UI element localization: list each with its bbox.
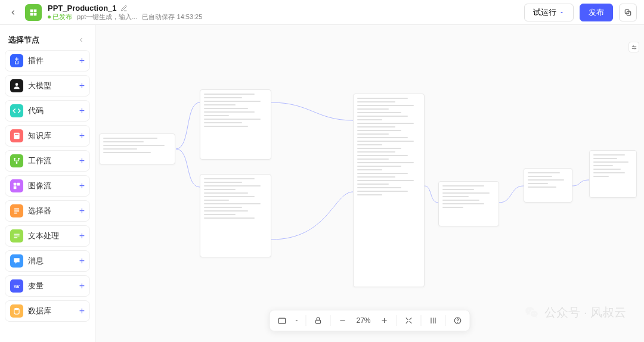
sidebar-title: 选择节点 bbox=[8, 35, 39, 45]
zoom-in-button[interactable] bbox=[379, 315, 391, 327]
add-node-button[interactable]: + bbox=[79, 281, 85, 291]
add-node-button[interactable]: + bbox=[79, 181, 85, 191]
node-item-plugin[interactable]: 插件+ bbox=[5, 50, 90, 71]
svg-point-30 bbox=[457, 322, 458, 323]
node-label: 消息 bbox=[28, 256, 75, 266]
workflow-node[interactable] bbox=[438, 181, 499, 226]
canvas-settings-button[interactable] bbox=[628, 42, 639, 52]
run-button[interactable]: 试运行 bbox=[524, 4, 574, 21]
page-title: PPT_Production_1 bbox=[48, 4, 117, 13]
workflow-node[interactable] bbox=[200, 89, 271, 160]
workflow-node[interactable] bbox=[99, 133, 175, 164]
node-item-imageflow[interactable]: 图像流+ bbox=[5, 175, 90, 197]
add-node-button[interactable]: + bbox=[79, 306, 85, 316]
caret-down-icon[interactable] bbox=[294, 318, 300, 324]
app-icon bbox=[25, 4, 42, 21]
text-icon bbox=[10, 229, 23, 242]
autosave-text: 已自动保存 14:53:25 bbox=[142, 13, 202, 21]
svg-rect-0 bbox=[30, 9, 33, 12]
workflow-node[interactable] bbox=[524, 168, 572, 203]
zoom-level: 27% bbox=[355, 316, 373, 325]
imageflow-icon bbox=[10, 179, 23, 192]
caret-down-icon bbox=[559, 10, 565, 15]
svg-rect-12 bbox=[14, 183, 17, 186]
svg-text:Var: Var bbox=[14, 284, 20, 288]
lock-button[interactable] bbox=[312, 315, 324, 327]
publish-status: 已发布 bbox=[48, 13, 72, 21]
layout-button[interactable] bbox=[276, 315, 288, 327]
publish-button-label: 发布 bbox=[589, 7, 604, 18]
svg-rect-8 bbox=[15, 134, 18, 135]
sidebar: 选择节点 插件+大模型+代码+知识库+工作流+图像流+选择器+文本处理+消息+V… bbox=[0, 25, 95, 342]
node-label: 选择器 bbox=[28, 206, 75, 216]
node-item-code[interactable]: 代码+ bbox=[5, 100, 90, 122]
sidebar-header: 选择节点 bbox=[5, 30, 90, 50]
svg-rect-3 bbox=[34, 13, 37, 15]
node-label: 知识库 bbox=[28, 131, 75, 141]
fit-button[interactable] bbox=[403, 315, 415, 327]
svg-point-6 bbox=[16, 83, 18, 86]
message-icon bbox=[10, 254, 23, 268]
node-list: 插件+大模型+代码+知识库+工作流+图像流+选择器+文本处理+消息+Var变量+… bbox=[5, 50, 90, 322]
node-item-db[interactable]: 数据库+ bbox=[5, 300, 90, 322]
node-label: 数据库 bbox=[28, 306, 75, 316]
zoom-out-button[interactable] bbox=[337, 315, 349, 327]
back-button[interactable] bbox=[7, 7, 19, 18]
svg-point-19 bbox=[633, 45, 634, 46]
node-label: 工作流 bbox=[28, 156, 75, 166]
node-label: 插件 bbox=[28, 56, 75, 66]
add-node-button[interactable]: + bbox=[79, 206, 85, 216]
collapse-button[interactable] bbox=[76, 35, 86, 45]
help-button[interactable] bbox=[452, 315, 464, 327]
svg-rect-7 bbox=[14, 133, 19, 139]
add-node-button[interactable]: + bbox=[79, 231, 85, 241]
var-icon: Var bbox=[10, 279, 23, 293]
header: PPT_Production_1 已发布 ppt一键生成，输入... 已自动保存… bbox=[0, 0, 644, 25]
description-text: ppt一键生成，输入... bbox=[77, 13, 137, 21]
workflow-node[interactable] bbox=[200, 174, 271, 257]
node-label: 变量 bbox=[28, 281, 75, 291]
workflow-node[interactable] bbox=[589, 150, 637, 198]
node-item-llm[interactable]: 大模型+ bbox=[5, 75, 90, 97]
add-node-button[interactable]: + bbox=[79, 156, 85, 166]
copy-button[interactable] bbox=[619, 4, 637, 21]
svg-point-9 bbox=[14, 158, 16, 160]
edit-icon[interactable] bbox=[120, 5, 128, 12]
add-node-button[interactable]: + bbox=[79, 105, 85, 116]
llm-icon bbox=[10, 79, 23, 92]
db-icon bbox=[10, 304, 23, 318]
organize-button[interactable] bbox=[428, 315, 439, 327]
canvas[interactable]: 27% 公众号 · 风叔云 bbox=[95, 25, 644, 342]
svg-rect-22 bbox=[315, 320, 320, 323]
add-node-button[interactable]: + bbox=[79, 80, 85, 91]
node-item-message[interactable]: 消息+ bbox=[5, 250, 90, 272]
workflow-icon bbox=[10, 154, 23, 167]
node-label: 图像流 bbox=[28, 181, 75, 191]
add-node-button[interactable]: + bbox=[79, 55, 85, 66]
kb-icon bbox=[10, 129, 23, 142]
workflow-node[interactable] bbox=[353, 94, 425, 287]
node-label: 代码 bbox=[28, 106, 75, 116]
node-label: 大模型 bbox=[28, 81, 75, 91]
node-item-workflow[interactable]: 工作流+ bbox=[5, 150, 90, 172]
title-block: PPT_Production_1 已发布 ppt一键生成，输入... 已自动保存… bbox=[48, 4, 202, 21]
node-label: 文本处理 bbox=[28, 231, 75, 241]
canvas-toolbar: 27% bbox=[270, 310, 470, 331]
node-item-text[interactable]: 文本处理+ bbox=[5, 225, 90, 247]
add-node-button[interactable]: + bbox=[79, 130, 85, 141]
svg-point-11 bbox=[16, 162, 18, 164]
svg-rect-14 bbox=[14, 186, 17, 189]
add-node-button[interactable]: + bbox=[79, 256, 85, 266]
node-item-selector[interactable]: 选择器+ bbox=[5, 200, 90, 222]
publish-button[interactable]: 发布 bbox=[580, 4, 613, 21]
plugin-icon bbox=[10, 54, 23, 67]
svg-point-20 bbox=[634, 48, 635, 49]
selector-icon bbox=[10, 204, 23, 217]
svg-rect-21 bbox=[278, 318, 285, 324]
node-item-kb[interactable]: 知识库+ bbox=[5, 125, 90, 147]
svg-rect-1 bbox=[34, 9, 37, 12]
svg-point-10 bbox=[18, 158, 20, 160]
node-item-var[interactable]: Var变量+ bbox=[5, 275, 90, 297]
svg-point-16 bbox=[14, 308, 19, 310]
svg-rect-2 bbox=[30, 13, 33, 15]
